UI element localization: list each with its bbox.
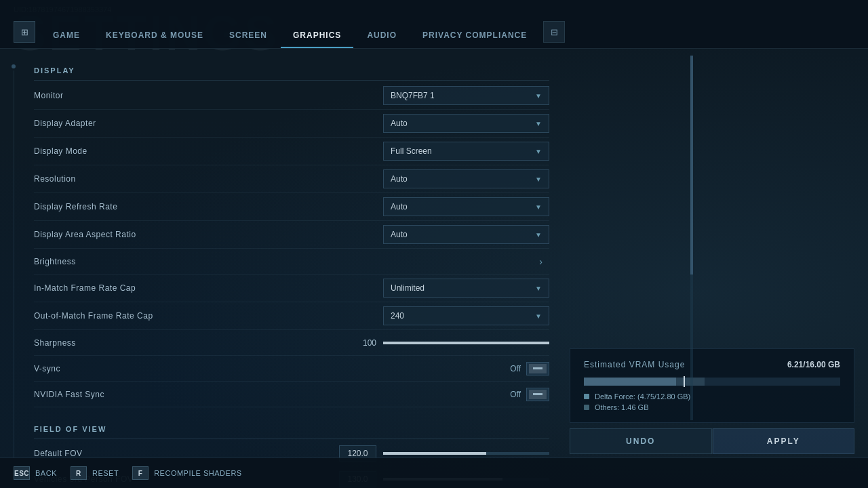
- vsync-label: V-sync: [34, 364, 510, 373]
- in-match-fps-dropdown[interactable]: Unlimited ▼: [383, 279, 549, 298]
- aspect-ratio-dropdown-value: Auto: [391, 230, 408, 239]
- tab-audio[interactable]: AUDIO: [355, 0, 409, 48]
- vsync-toggle-dash: [533, 367, 542, 369]
- fov-section-header: FIELD OF VIEW: [34, 414, 549, 439]
- main-content: DISPLAY Monitor BNQ7FB7 1 ▼ Display Adap…: [0, 49, 868, 488]
- display-mode-dropdown-value: Full Screen: [391, 146, 432, 156]
- aspect-ratio-dropdown[interactable]: Auto ▼: [383, 225, 549, 244]
- settings-panel[interactable]: DISPLAY Monitor BNQ7FB7 1 ▼ Display Adap…: [27, 49, 570, 488]
- vsync-row: V-sync Off: [34, 356, 549, 382]
- refresh-rate-dropdown-value: Auto: [391, 202, 408, 211]
- display-adapter-arrow: ▼: [535, 120, 542, 127]
- default-fov-slider-track[interactable]: [383, 452, 549, 455]
- out-match-fps-row: Out-of-Match Frame Rate Cap 240 ▼: [34, 302, 549, 330]
- refresh-rate-row: Display Refresh Rate Auto ▼: [34, 193, 549, 221]
- display-adapter-label: Display Adapter: [34, 119, 383, 128]
- vsync-toggle[interactable]: [526, 362, 549, 375]
- vsync-toggle-inner: [529, 364, 547, 373]
- tab-game[interactable]: GAME: [41, 0, 92, 48]
- display-mode-label: Display Mode: [34, 146, 383, 156]
- vsync-toggle-container: Off: [510, 362, 549, 375]
- fast-sync-toggle-label: Off: [510, 390, 521, 399]
- aspect-ratio-arrow: ▼: [535, 231, 542, 239]
- brightness-value: ›: [383, 256, 549, 267]
- vsync-value: Off: [510, 362, 549, 375]
- monitor-label: Monitor: [34, 91, 383, 100]
- fast-sync-toggle-container: Off: [510, 388, 549, 401]
- monitor-dropdown-value: BNQ7FB7 1: [391, 91, 435, 100]
- out-match-fps-label: Out-of-Match Frame Rate Cap: [34, 311, 383, 321]
- bottom-bar: Esc Back R Reset F Recompile Shaders: [0, 458, 868, 488]
- aspect-ratio-row: Display Area Aspect Ratio Auto ▼: [34, 221, 549, 249]
- scroll-indicator[interactable]: [690, 56, 693, 420]
- aspect-ratio-label: Display Area Aspect Ratio: [34, 230, 383, 239]
- tab-graphics[interactable]: GRAPHICS: [281, 0, 353, 48]
- refresh-rate-dropdown[interactable]: Auto ▼: [383, 197, 549, 216]
- tab-keyboard[interactable]: KEYBOARD & MOUSE: [94, 0, 216, 48]
- side-indicator: [0, 49, 27, 488]
- sharpness-display-value: 100: [353, 338, 376, 348]
- reset-label: Reset: [92, 469, 119, 477]
- resolution-dropdown-value: Auto: [391, 174, 408, 184]
- refresh-rate-label: Display Refresh Rate: [34, 202, 383, 211]
- refresh-rate-arrow: ▼: [535, 203, 542, 211]
- display-adapter-dropdown[interactable]: Auto ▼: [383, 114, 549, 133]
- aspect-ratio-value: Auto ▼: [383, 225, 549, 244]
- back-key: Esc: [14, 466, 30, 480]
- brightness-chevron-icon[interactable]: ›: [532, 256, 549, 267]
- tab-privacy[interactable]: PRIVACY COMPLIANCE: [410, 0, 539, 48]
- default-fov-slider-fill: [383, 452, 486, 455]
- monitor-dropdown[interactable]: BNQ7FB7 1 ▼: [383, 86, 549, 105]
- nav-tabs: GAME KEYBOARD & MOUSE SCREEN GRAPHICS AU…: [41, 0, 539, 48]
- display-adapter-value: Auto ▼: [383, 114, 549, 133]
- display-mode-arrow: ▼: [535, 148, 542, 155]
- fast-sync-value: Off: [510, 388, 549, 401]
- resolution-row: Resolution Auto ▼: [34, 165, 549, 193]
- monitor-row: Monitor BNQ7FB7 1 ▼: [34, 82, 549, 110]
- monitor-value: BNQ7FB7 1 ▼: [383, 86, 549, 105]
- fast-sync-toggle-inner: [529, 390, 547, 399]
- out-match-fps-dropdown-value: 240: [391, 311, 404, 321]
- brightness-row: Brightness ›: [34, 249, 549, 274]
- reset-key: R: [71, 466, 87, 480]
- monitor-dropdown-arrow: ▼: [535, 92, 542, 100]
- display-mode-value: Full Screen ▼: [383, 142, 549, 161]
- display-adapter-row: Display Adapter Auto ▼: [34, 110, 549, 138]
- scroll-thumb: [690, 56, 693, 274]
- display-section-header: DISPLAY: [34, 56, 549, 81]
- in-match-fps-label: In-Match Frame Rate Cap: [34, 283, 383, 293]
- tab-screen[interactable]: SCREEN: [217, 0, 279, 48]
- brightness-label: Brightness: [34, 257, 383, 266]
- out-match-fps-dropdown[interactable]: 240 ▼: [383, 306, 549, 325]
- vsync-toggle-label: Off: [510, 364, 521, 373]
- sharpness-row: Sharpness 100: [34, 330, 549, 356]
- display-adapter-dropdown-value: Auto: [391, 119, 408, 128]
- sharpness-value: 100: [353, 338, 549, 348]
- back-button[interactable]: Esc Back: [14, 466, 57, 480]
- fast-sync-toggle-dash: [533, 393, 542, 395]
- sharpness-label: Sharpness: [34, 338, 353, 348]
- nav-end-icon[interactable]: ⊟: [543, 21, 565, 43]
- in-match-fps-value: Unlimited ▼: [383, 279, 549, 298]
- recompile-label: Recompile Shaders: [154, 469, 242, 477]
- fast-sync-row: NVIDIA Fast Sync Off: [34, 382, 549, 407]
- resolution-arrow: ▼: [535, 176, 542, 183]
- fast-sync-toggle[interactable]: [526, 388, 549, 401]
- recompile-key: F: [132, 466, 149, 480]
- refresh-rate-value: Auto ▼: [383, 197, 549, 216]
- reset-button[interactable]: R Reset: [71, 466, 119, 480]
- in-match-fps-row: In-Match Frame Rate Cap Unlimited ▼: [34, 274, 549, 302]
- display-mode-row: Display Mode Full Screen ▼: [34, 138, 549, 165]
- nav-home-icon[interactable]: ⊞: [14, 21, 35, 43]
- display-mode-dropdown[interactable]: Full Screen ▼: [383, 142, 549, 161]
- back-label: Back: [35, 469, 57, 477]
- in-match-fps-arrow: ▼: [535, 285, 542, 292]
- side-line: [14, 70, 14, 488]
- out-match-fps-arrow: ▼: [535, 312, 542, 320]
- resolution-dropdown[interactable]: Auto ▼: [383, 169, 549, 188]
- recompile-button[interactable]: F Recompile Shaders: [132, 466, 242, 480]
- out-match-fps-value: 240 ▼: [383, 306, 549, 325]
- sharpness-slider-container: 100: [353, 338, 549, 348]
- sharpness-slider-track[interactable]: [383, 342, 549, 344]
- nav-bar: ⊞ GAME KEYBOARD & MOUSE SCREEN GRAPHICS …: [0, 0, 868, 49]
